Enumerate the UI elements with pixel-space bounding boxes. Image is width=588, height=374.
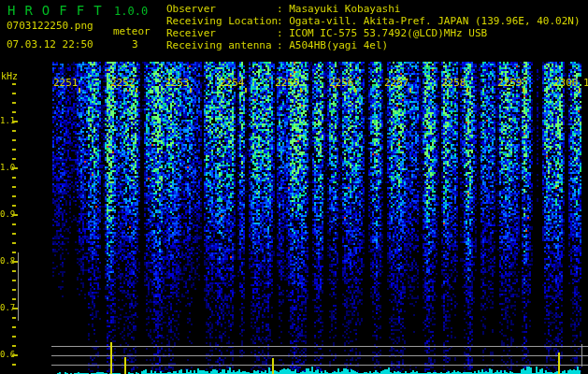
freq-tick	[12, 270, 16, 272]
freq-tick	[12, 177, 16, 179]
info-value: A504HB(yagi 4el)	[289, 39, 388, 51]
freq-tick	[12, 93, 16, 94]
grid-line-horizontal	[51, 355, 588, 356]
spectrogram-canvas	[0, 0, 588, 374]
echo-count: 3	[132, 39, 138, 50]
freq-tick	[12, 195, 16, 197]
info-value: Masayuki Kobayashi	[289, 3, 400, 15]
time-tick	[300, 88, 302, 93]
time-tick	[190, 88, 192, 93]
meteor-echo-marker	[558, 352, 560, 374]
time-tick	[523, 88, 524, 93]
freq-tick-major	[12, 261, 18, 263]
freq-tick	[12, 130, 16, 132]
freq-tick	[12, 252, 16, 253]
info-value: ICOM IC-575 53.7492(@LCD)MHz USB	[289, 27, 487, 39]
freq-tick	[12, 186, 16, 188]
freq-tick-major	[12, 214, 18, 216]
mode-label: meteor	[113, 26, 151, 36]
time-label: 1	[583, 78, 588, 88]
freq-tick	[12, 289, 16, 291]
time-label: 2251	[53, 78, 79, 88]
station-info-line: Receiving antenna: A504HB(yagi 4el)	[166, 40, 581, 52]
freq-tick	[12, 223, 16, 225]
freq-tick-major	[12, 121, 18, 122]
info-colon: :	[277, 27, 289, 39]
freq-tick	[12, 364, 16, 366]
time-label: 2259	[497, 78, 523, 88]
time-label: 2256	[329, 78, 354, 88]
grid-line-vertical-right	[581, 344, 582, 367]
freq-tick	[12, 317, 16, 319]
freq-tick	[12, 102, 16, 104]
freq-tick	[12, 233, 16, 235]
grid-line-horizontal	[51, 346, 588, 347]
app-version: 1.0.0	[114, 6, 148, 17]
freq-tick	[12, 336, 16, 338]
freq-tick-major	[12, 308, 18, 309]
time-label: 2255	[275, 78, 300, 88]
freq-tick-major	[12, 354, 18, 356]
output-filename: 0703122250.png	[7, 21, 93, 31]
grid-line-horizontal	[51, 365, 588, 366]
meteor-echo-marker	[272, 358, 274, 374]
info-label: Receiving Location	[166, 16, 277, 26]
time-label: 2252	[110, 78, 136, 88]
freq-tick	[12, 139, 16, 141]
info-colon: :	[277, 3, 289, 15]
meteor-echo-marker	[124, 357, 126, 374]
hrofft-spectrogram-window: HROFFT 1.0.0 0703122250.png meteor 07.03…	[0, 0, 588, 374]
time-tick	[79, 88, 80, 93]
time-label: 2253	[165, 78, 190, 88]
time-tick	[136, 88, 137, 93]
time-label: 2300	[553, 78, 579, 88]
freq-tick	[12, 205, 16, 207]
info-label: Receiver	[166, 28, 277, 38]
freq-tick	[12, 149, 16, 151]
time-label: 2257	[384, 78, 409, 88]
freq-tick	[12, 298, 16, 300]
info-label: Observer	[166, 4, 277, 14]
freq-tick	[12, 242, 16, 244]
grid-line-vertical-left	[18, 252, 19, 321]
time-tick	[466, 88, 468, 93]
time-label: 2254	[220, 78, 245, 88]
time-tick	[579, 88, 581, 93]
time-tick	[354, 88, 356, 93]
freq-tick	[12, 83, 16, 85]
meteor-echo-marker	[110, 342, 112, 374]
station-info-block: Observer: Masayuki KobayashiReceiving Lo…	[166, 4, 581, 52]
time-tick	[409, 88, 411, 93]
freq-axis-unit: kHz	[1, 72, 18, 81]
time-label: 2258	[441, 78, 466, 88]
time-tick	[245, 88, 247, 93]
freq-tick	[12, 158, 16, 160]
freq-tick	[12, 326, 16, 328]
freq-tick	[12, 111, 16, 113]
info-label: Receiving antenna	[166, 40, 277, 50]
freq-tick	[12, 345, 16, 347]
observation-datetime: 07.03.12 22:50	[7, 39, 93, 50]
freq-tick	[12, 280, 16, 281]
freq-tick-major	[12, 167, 18, 169]
info-colon: :	[277, 15, 289, 27]
info-value: Ogata-vill. Akita-Pref. JAPAN (139.96E, …	[289, 15, 580, 27]
info-colon: :	[277, 39, 289, 51]
app-title: HROFFT	[7, 4, 111, 17]
